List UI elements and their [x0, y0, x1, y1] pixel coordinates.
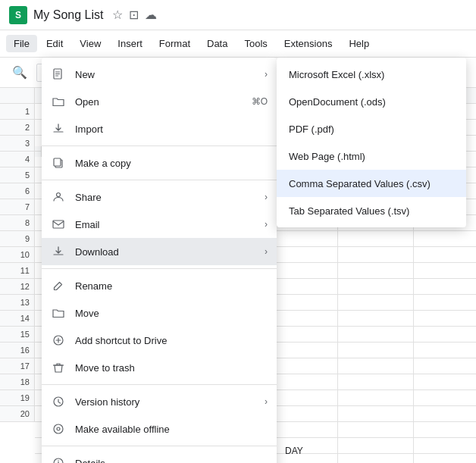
menu-edit[interactable]: Edit [39, 35, 70, 52]
row-19: 19 [0, 390, 34, 406]
menu-item-download[interactable]: Download › [42, 238, 277, 265]
row-13: 13 [0, 295, 34, 311]
menu-data[interactable]: Data [199, 35, 235, 52]
trash-icon [51, 360, 66, 375]
shortcut-icon [51, 333, 66, 348]
download-arrow: › [265, 246, 268, 257]
shortcut-label: Add shortcut to Drive [75, 335, 268, 346]
row-12: 12 [0, 279, 34, 295]
row-header-top [0, 88, 34, 104]
star-icon[interactable]: ☆ [112, 8, 123, 22]
sheets-logo: S [9, 6, 27, 24]
row-10: 10 [0, 247, 34, 263]
share-label: Share [75, 192, 258, 203]
download-icon [51, 244, 66, 259]
divider-4 [42, 384, 277, 385]
menu-item-offline[interactable]: Make available offline [42, 415, 277, 443]
open-label: Open [75, 96, 246, 108]
menu-file[interactable]: File [6, 35, 37, 52]
submenu-csv[interactable]: Comma Separated Values (.csv) [277, 170, 466, 197]
menu-item-new[interactable]: New › [42, 61, 277, 88]
menu-item-rename[interactable]: Rename [42, 272, 277, 299]
row-numbers: 1 2 3 4 5 6 7 8 9 10 11 12 13 14 15 16 1… [0, 88, 35, 422]
menu-item-share[interactable]: Share › [42, 183, 277, 211]
row-16: 16 [0, 343, 34, 358]
import-icon [51, 121, 66, 136]
search-icon[interactable]: 🔍 [6, 62, 33, 83]
info-icon [51, 455, 66, 463]
submenu-html[interactable]: Web Page (.html) [277, 142, 466, 170]
version-arrow: › [265, 396, 268, 407]
title-bar: S My Song List ☆ ⊡ ☁ [0, 0, 476, 30]
import-label: Import [75, 124, 268, 135]
row-3: 3 [0, 136, 34, 152]
menu-item-email[interactable]: Email › [42, 211, 277, 238]
offline-icon [51, 421, 66, 436]
row-14: 14 [0, 311, 34, 327]
cloud-icon[interactable]: ☁ [145, 8, 157, 22]
rename-label: Rename [75, 280, 268, 292]
makecopy-label: Make a copy [75, 158, 268, 169]
title-icons: ☆ ⊡ ☁ [112, 8, 157, 22]
divider-5 [42, 446, 277, 446]
submenu-tsv[interactable]: Tab Separated Values (.tsv) [277, 197, 466, 224]
new-label: New [75, 69, 258, 80]
menu-insert[interactable]: Insert [110, 35, 150, 52]
tsv-label: Tab Separated Values (.tsv) [289, 205, 409, 217]
menu-item-shortcut[interactable]: Add shortcut to Drive [42, 327, 277, 354]
move-icon [51, 305, 66, 321]
row-1: 1 [0, 104, 34, 120]
submenu-pdf[interactable]: PDF (.pdf) [277, 115, 466, 142]
menu-extensions[interactable]: Extensions [277, 35, 340, 52]
day-cell: DAY [285, 446, 303, 456]
menu-item-move[interactable]: Move [42, 299, 277, 327]
row-17: 17 [0, 358, 34, 374]
app-title: My Song List [33, 8, 103, 22]
menu-help[interactable]: Help [341, 35, 377, 52]
menu-item-import[interactable]: Import [42, 115, 277, 142]
row-2: 2 [0, 120, 34, 136]
svg-point-6 [57, 193, 61, 197]
menu-item-version[interactable]: Version history › [42, 388, 277, 415]
row-4: 4 [0, 152, 34, 167]
menu-item-details[interactable]: Details [42, 449, 277, 463]
download-submenu: Microsoft Excel (.xlsx) OpenDocument (.o… [277, 58, 466, 227]
svg-point-17 [58, 460, 58, 461]
menu-item-trash[interactable]: Move to trash [42, 354, 277, 381]
row-11: 11 [0, 263, 34, 279]
divider-3 [42, 268, 277, 269]
copy-icon [51, 155, 66, 170]
menu-view[interactable]: View [72, 35, 108, 52]
file-menu: New › Open ⌘O Import Make a c [42, 58, 277, 463]
submenu-xlsx[interactable]: Microsoft Excel (.xlsx) [277, 61, 466, 88]
row-9: 9 [0, 231, 34, 247]
new-arrow: › [265, 69, 268, 80]
new-doc-icon [51, 67, 66, 82]
trash-label: Move to trash [75, 362, 268, 374]
menu-tools[interactable]: Tools [236, 35, 274, 52]
submenu-ods[interactable]: OpenDocument (.ods) [277, 88, 466, 115]
share-icon [51, 189, 66, 205]
divider-1 [42, 145, 277, 146]
svg-rect-5 [54, 158, 61, 166]
open-shortcut: ⌘O [252, 96, 268, 107]
email-label: Email [75, 219, 258, 230]
rename-icon [51, 278, 66, 293]
menu-format[interactable]: Format [152, 35, 198, 52]
move-label: Move [75, 308, 268, 319]
offline-label: Make available offline [75, 424, 268, 435]
html-label: Web Page (.html) [289, 151, 365, 162]
svg-point-14 [57, 427, 60, 430]
row-6: 6 [0, 183, 34, 199]
ods-label: OpenDocument (.ods) [289, 96, 386, 108]
menu-item-open[interactable]: Open ⌘O [42, 88, 277, 115]
folder-icon[interactable]: ⊡ [129, 8, 139, 22]
row-18: 18 [0, 374, 34, 390]
svg-point-13 [54, 424, 63, 433]
pdf-label: PDF (.pdf) [289, 124, 334, 135]
divider-2 [42, 180, 277, 180]
row-5: 5 [0, 167, 34, 183]
email-icon [51, 217, 66, 232]
xlsx-label: Microsoft Excel (.xlsx) [289, 69, 384, 80]
menu-item-makecopy[interactable]: Make a copy [42, 149, 277, 177]
